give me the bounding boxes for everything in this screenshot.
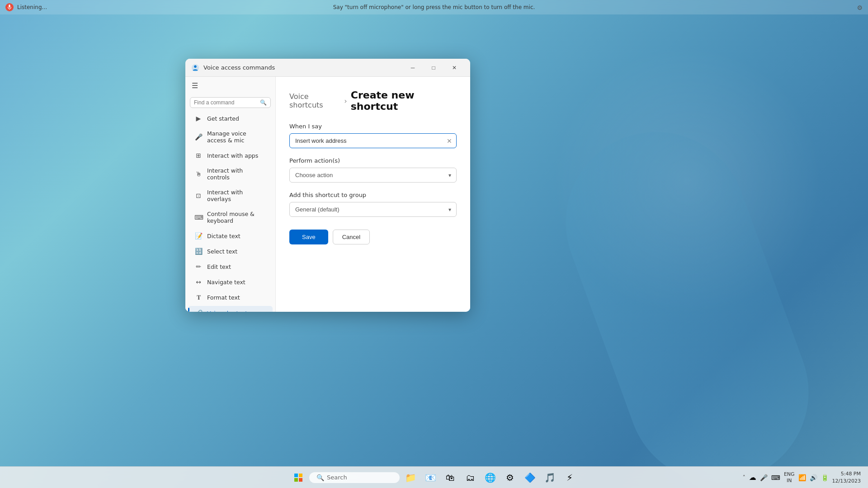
- sidebar-item-get-started[interactable]: ▶ Get started: [188, 111, 273, 126]
- page-title: Create new shortcut: [351, 89, 457, 112]
- sidebar-item-label: Edit text: [207, 263, 231, 270]
- taskbar-files[interactable]: 🗂: [461, 469, 479, 487]
- taskbar-app2[interactable]: 🎵: [541, 469, 559, 487]
- sidebar-hamburger-button[interactable]: ☰: [185, 77, 275, 94]
- sidebar-item-label: Select text: [207, 248, 237, 255]
- window-app-icon: [191, 63, 200, 72]
- svg-rect-0: [9, 5, 10, 8]
- lang-text: ENG: [784, 471, 795, 477]
- svg-rect-6: [294, 478, 298, 482]
- choose-action-wrap: Choose action ▾: [289, 168, 457, 183]
- window-title: Voice access commands: [203, 64, 402, 71]
- svg-point-3: [194, 65, 196, 67]
- taskbar-clock[interactable]: 5:48 PM 12/13/2023: [832, 470, 861, 484]
- when-i-say-input-wrap: ✕: [289, 133, 457, 148]
- input-clear-button[interactable]: ✕: [447, 137, 452, 145]
- mic-taskbar-icon[interactable]: 🎤: [760, 474, 768, 481]
- taskbar-search-text: Search: [327, 474, 347, 481]
- battery-icon[interactable]: 🔋: [821, 474, 829, 481]
- search-input[interactable]: [194, 99, 257, 106]
- taskbar: 🔍 Search 📁 📧 🛍 🗂 🌐 ⚙ 🔷 🎵 ⚡ ˄ ☁ 🎤 ⌨ ENG I…: [0, 466, 868, 488]
- minimize-button[interactable]: ─: [402, 61, 423, 75]
- cloud-icon[interactable]: ☁: [749, 473, 756, 482]
- dictate-text-icon: 📝: [194, 232, 203, 239]
- interact-controls-icon: 🖱: [194, 170, 203, 178]
- breadcrumb-parent-link[interactable]: Voice shortcuts: [289, 92, 340, 109]
- search-icon[interactable]: 🔍: [260, 99, 267, 106]
- chevron-up-icon[interactable]: ˄: [743, 474, 745, 481]
- lang-region: IN: [784, 478, 795, 483]
- taskbar-store[interactable]: 🛍: [441, 469, 459, 487]
- breadcrumb: Voice shortcuts › Create new shortcut: [289, 89, 457, 112]
- sidebar-item-label: Voice shortcuts: [207, 310, 250, 312]
- clock-time: 5:48 PM: [832, 470, 861, 477]
- when-i-say-input[interactable]: [289, 133, 457, 148]
- taskbar-right: ˄ ☁ 🎤 ⌨ ENG IN 📶 🔊 🔋 5:48 PM 12/13/2023: [743, 470, 861, 484]
- add-to-group-label: Add this shortcut to group: [289, 192, 457, 198]
- taskbar-app3[interactable]: ⚡: [561, 469, 579, 487]
- sidebar-item-edit-text[interactable]: ✏ Edit text: [188, 259, 273, 274]
- add-to-group-section: Add this shortcut to group General (defa…: [289, 192, 457, 217]
- cancel-button[interactable]: Cancel: [333, 230, 370, 244]
- sidebar-item-control-mouse[interactable]: ⌨ Control mouse & keyboard: [188, 207, 273, 228]
- sidebar-item-label: Interact with overlays: [207, 189, 266, 202]
- breadcrumb-arrow: ›: [344, 97, 347, 105]
- select-text-icon: 🔡: [194, 248, 203, 255]
- topbar-settings[interactable]: ⚙: [857, 3, 863, 12]
- sidebar-item-interact-overlays[interactable]: ⊡ Interact with overlays: [188, 185, 273, 206]
- svg-rect-4: [294, 474, 298, 477]
- window-body: ☰ 🔍 ▶ Get started 🎤 Manage voice access …: [185, 77, 470, 312]
- sidebar-item-select-text[interactable]: 🔡 Select text: [188, 244, 273, 258]
- taskbar-file-explorer[interactable]: 📁: [401, 469, 420, 487]
- perform-actions-label: Perform action(s): [289, 157, 457, 164]
- topbar-instruction: Say "turn off microphone" or long press …: [333, 4, 535, 10]
- perform-actions-section: Perform action(s) Choose action ▾: [289, 157, 457, 183]
- group-select[interactable]: General (default): [289, 202, 457, 217]
- sidebar-item-format-text[interactable]: 𝐓 Format text: [188, 290, 273, 305]
- sidebar-item-dictate-text[interactable]: 📝 Dictate text: [188, 229, 273, 243]
- sidebar-item-interact-apps[interactable]: ⊞ Interact with apps: [188, 148, 273, 163]
- save-button[interactable]: Save: [289, 230, 328, 244]
- wifi-icon[interactable]: 📶: [798, 474, 806, 481]
- voice-access-window: Voice access commands ─ □ ✕ ☰ 🔍 ▶ Get st…: [185, 59, 470, 312]
- taskbar-browser[interactable]: 🌐: [481, 469, 499, 487]
- interact-apps-icon: ⊞: [194, 152, 203, 159]
- when-i-say-section: When I say ✕: [289, 123, 457, 148]
- sidebar-item-label: Manage voice access & mic: [207, 130, 266, 144]
- volume-icon[interactable]: 🔊: [810, 474, 817, 481]
- when-i-say-label: When I say: [289, 123, 457, 130]
- window-titlebar: Voice access commands ─ □ ✕: [185, 59, 470, 77]
- desktop: Listening... Say "turn off microphone" o…: [0, 0, 868, 488]
- sidebar-item-navigate-text[interactable]: ↔ Navigate text: [188, 275, 273, 289]
- svg-rect-7: [299, 478, 302, 482]
- sidebar-item-label: Navigate text: [207, 279, 245, 286]
- sidebar-item-label: Control mouse & keyboard: [207, 211, 266, 224]
- settings-icon[interactable]: ⚙: [857, 4, 863, 11]
- taskbar-settings-icon[interactable]: ⚙: [501, 469, 519, 487]
- mic-icon: [5, 3, 14, 11]
- topbar-left: Listening...: [5, 3, 47, 11]
- sidebar-item-label: Format text: [207, 294, 240, 301]
- taskbar-search[interactable]: 🔍 Search: [309, 472, 400, 483]
- start-button[interactable]: [289, 469, 307, 487]
- get-started-icon: ▶: [194, 115, 203, 122]
- close-button[interactable]: ✕: [444, 61, 465, 75]
- clock-date: 12/13/2023: [832, 478, 861, 484]
- sidebar: ☰ 🔍 ▶ Get started 🎤 Manage voice access …: [185, 77, 276, 312]
- maximize-button[interactable]: □: [423, 61, 444, 75]
- taskbar-app1[interactable]: 🔷: [521, 469, 539, 487]
- sidebar-item-voice-shortcuts[interactable]: 🔗 Voice shortcuts: [188, 306, 273, 312]
- window-controls: ─ □ ✕: [402, 61, 465, 75]
- taskbar-mail[interactable]: 📧: [421, 469, 439, 487]
- main-content: Voice shortcuts › Create new shortcut Wh…: [276, 77, 470, 312]
- keyboard-icon[interactable]: ⌨: [771, 474, 780, 481]
- sidebar-item-interact-controls[interactable]: 🖱 Interact with controls: [188, 164, 273, 184]
- choose-action-select[interactable]: Choose action: [289, 168, 457, 183]
- language-indicator[interactable]: ENG IN: [784, 471, 795, 483]
- sidebar-item-label: Interact with apps: [207, 152, 258, 159]
- sidebar-item-manage-voice[interactable]: 🎤 Manage voice access & mic: [188, 127, 273, 147]
- form-actions: Save Cancel: [289, 230, 457, 244]
- sidebar-search-container[interactable]: 🔍: [190, 97, 271, 108]
- interact-overlays-icon: ⊡: [194, 192, 203, 199]
- format-text-icon: 𝐓: [194, 294, 203, 301]
